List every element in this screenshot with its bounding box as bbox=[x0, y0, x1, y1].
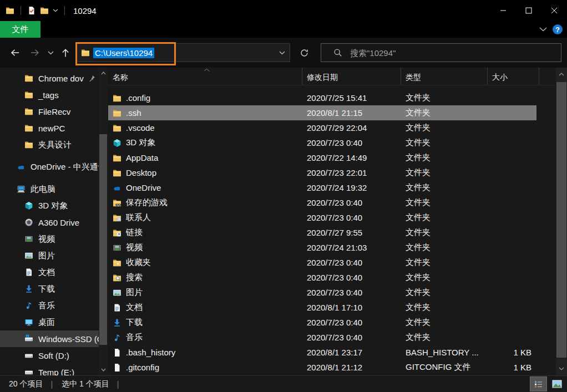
thumbnail-view-button[interactable] bbox=[549, 377, 565, 391]
sidebar-item[interactable]: 此电脑 bbox=[0, 181, 99, 197]
file-row[interactable]: 文档 2020/8/1 17:10 文件夹 bbox=[108, 300, 556, 315]
file-row[interactable]: .bash_history 2020/8/1 23:17 BASH_HISTOR… bbox=[108, 345, 556, 360]
search-input[interactable] bbox=[349, 48, 561, 58]
sidebar-item[interactable]: 桌面 bbox=[0, 314, 99, 330]
file-icon bbox=[113, 154, 122, 162]
customize-toolbar-chevron-icon[interactable] bbox=[53, 9, 58, 12]
file-name-cell: Desktop bbox=[108, 168, 302, 177]
tab-file[interactable]: 文件 bbox=[0, 21, 40, 38]
scroll-down-icon[interactable] bbox=[99, 365, 108, 374]
file-row[interactable]: 音乐 2020/7/23 0:40 文件夹 bbox=[108, 330, 556, 345]
file-row[interactable]: 3D 对象 2020/7/23 0:40 文件夹 bbox=[108, 135, 556, 150]
address-bar[interactable]: C:\Users\10294 bbox=[76, 43, 290, 62]
search-box[interactable] bbox=[321, 43, 561, 62]
sidebar-item-label: 音乐 bbox=[38, 301, 55, 311]
file-type: 文件夹 bbox=[401, 287, 488, 298]
sidebar-item-label: FileRecv bbox=[38, 107, 70, 116]
sidebar-scrollbar[interactable] bbox=[99, 68, 108, 375]
file-row[interactable]: 视频 2020/7/24 21:03 文件夹 bbox=[108, 240, 556, 255]
expand-ribbon-chevron-icon[interactable] bbox=[539, 27, 547, 32]
file-row[interactable]: AppData 2020/7/22 14:49 文件夹 bbox=[108, 150, 556, 165]
up-button[interactable] bbox=[57, 45, 74, 60]
sidebar-item-label: 夹具设计 bbox=[38, 140, 72, 150]
sidebar-item-label: 下载 bbox=[38, 284, 55, 294]
sidebar-item[interactable]: _tags bbox=[0, 86, 99, 103]
file-row[interactable]: .vscode 2020/7/29 22:04 文件夹 bbox=[108, 120, 556, 135]
sidebar-item[interactable]: 文档 bbox=[0, 264, 99, 281]
scroll-down-icon[interactable] bbox=[556, 364, 567, 373]
ribbon-tab[interactable] bbox=[40, 21, 75, 38]
sidebar-item[interactable]: 图片 bbox=[0, 247, 99, 264]
sidebar-item[interactable]: 3D 对象 bbox=[0, 197, 99, 214]
window-title: 10294 bbox=[73, 6, 97, 16]
properties-check-icon[interactable] bbox=[27, 6, 36, 15]
file-row[interactable]: Desktop 2020/7/23 22:01 文件夹 bbox=[108, 165, 556, 180]
file-list-scrollbar-thumb[interactable] bbox=[556, 82, 566, 358]
file-row[interactable]: 链接 2020/7/27 9:55 文件夹 bbox=[108, 225, 556, 240]
file-row[interactable]: 图片 2020/7/23 0:40 文件夹 bbox=[108, 285, 556, 300]
file-icon bbox=[113, 169, 122, 177]
file-list-pane: 名称 修改日期 类型 大小 .config 2020/7/25 15:41 文件… bbox=[108, 68, 556, 375]
file-row[interactable]: 收藏夹 2020/7/23 0:40 文件夹 bbox=[108, 255, 556, 270]
recent-locations-chevron-icon[interactable] bbox=[44, 45, 57, 60]
file-list-scrollbar[interactable] bbox=[556, 68, 567, 375]
sidebar-item[interactable]: FileRecv bbox=[0, 103, 99, 120]
sidebar-item[interactable]: 夹具设计 bbox=[0, 136, 99, 153]
file-row[interactable]: .gitconfig 2020/8/1 21:12 GITCONFIG 文件 1… bbox=[108, 360, 556, 375]
maximize-button[interactable] bbox=[516, 0, 541, 21]
file-row[interactable]: .ssh 2020/8/1 21:15 文件夹 bbox=[108, 105, 556, 120]
ribbon-tab[interactable] bbox=[75, 21, 109, 38]
sidebar-item[interactable]: 视频 bbox=[0, 231, 99, 247]
sidebar-item[interactable]: Windows-SSD (C:) bbox=[0, 330, 99, 347]
file-type: 文件夹 bbox=[401, 108, 488, 118]
file-name: .vscode bbox=[126, 123, 155, 133]
scroll-up-icon[interactable] bbox=[99, 69, 108, 78]
column-header-size[interactable]: 大小 bbox=[488, 68, 539, 85]
details-view-button[interactable] bbox=[530, 377, 546, 391]
item-count: 20 个项目 bbox=[9, 379, 43, 389]
sidebar-item[interactable]: 音乐 bbox=[0, 297, 99, 314]
new-folder-icon[interactable] bbox=[40, 6, 49, 15]
toolbar-separator bbox=[21, 6, 21, 15]
sidebar-scrollbar-thumb[interactable] bbox=[99, 134, 107, 345]
minimize-button[interactable] bbox=[490, 0, 516, 21]
status-bar: 20 个项目 | 选中 1 个项目 | bbox=[0, 375, 567, 392]
column-header-date[interactable]: 修改日期 bbox=[302, 68, 401, 85]
refresh-button[interactable] bbox=[295, 43, 313, 62]
sidebar-item[interactable]: newPC bbox=[0, 120, 99, 136]
file-name: AppData bbox=[126, 153, 158, 162]
sidebar-item-icon bbox=[24, 124, 33, 133]
sidebar-item[interactable]: 下载 bbox=[0, 281, 99, 297]
file-row[interactable]: 下载 2020/7/23 0:40 文件夹 bbox=[108, 315, 556, 330]
forward-button[interactable] bbox=[27, 45, 43, 60]
file-name: .gitconfig bbox=[126, 363, 159, 372]
file-name-cell: 3D 对象 bbox=[108, 138, 302, 148]
details-view-icon bbox=[534, 380, 543, 388]
sidebar-item[interactable]: Chrome dov bbox=[0, 70, 99, 86]
file-row[interactable]: .config 2020/7/25 15:41 文件夹 bbox=[108, 90, 556, 105]
scroll-up-icon[interactable] bbox=[556, 70, 567, 79]
sidebar-item[interactable]: Soft (D:) bbox=[0, 347, 99, 364]
file-date: 2020/7/23 0:40 bbox=[302, 138, 401, 147]
file-row[interactable]: OneDrive 2020/7/24 19:32 文件夹 bbox=[108, 180, 556, 195]
sidebar-item[interactable]: Temp (E:) bbox=[0, 364, 99, 375]
file-row[interactable]: 联系人 2020/7/23 0:40 文件夹 bbox=[108, 210, 556, 225]
file-row[interactable]: 搜索 2020/7/23 0:40 文件夹 bbox=[108, 270, 556, 285]
sidebar-item-icon bbox=[24, 90, 33, 99]
help-icon[interactable]: ? bbox=[553, 24, 563, 34]
ribbon-tab[interactable] bbox=[109, 21, 144, 38]
file-icon bbox=[113, 288, 122, 297]
address-dropdown-chevron-icon[interactable] bbox=[274, 44, 290, 62]
sidebar-item-label: 3D 对象 bbox=[38, 201, 68, 211]
sidebar-item[interactable]: OneDrive - 中兴通讯 bbox=[0, 159, 99, 175]
column-header-type[interactable]: 类型 bbox=[401, 68, 488, 85]
file-date: 2020/7/23 0:40 bbox=[302, 258, 401, 267]
back-button[interactable] bbox=[6, 45, 24, 60]
pin-icon bbox=[88, 75, 95, 82]
close-button[interactable] bbox=[541, 0, 567, 21]
ribbon-tab-bar: 文件 ? bbox=[0, 21, 567, 38]
file-row[interactable]: 保存的游戏 2020/7/23 0:40 文件夹 bbox=[108, 195, 556, 210]
file-name-cell: .vscode bbox=[108, 123, 302, 133]
sidebar-item[interactable]: A360 Drive bbox=[0, 214, 99, 231]
address-path-selected[interactable]: C:\Users\10294 bbox=[93, 48, 154, 58]
